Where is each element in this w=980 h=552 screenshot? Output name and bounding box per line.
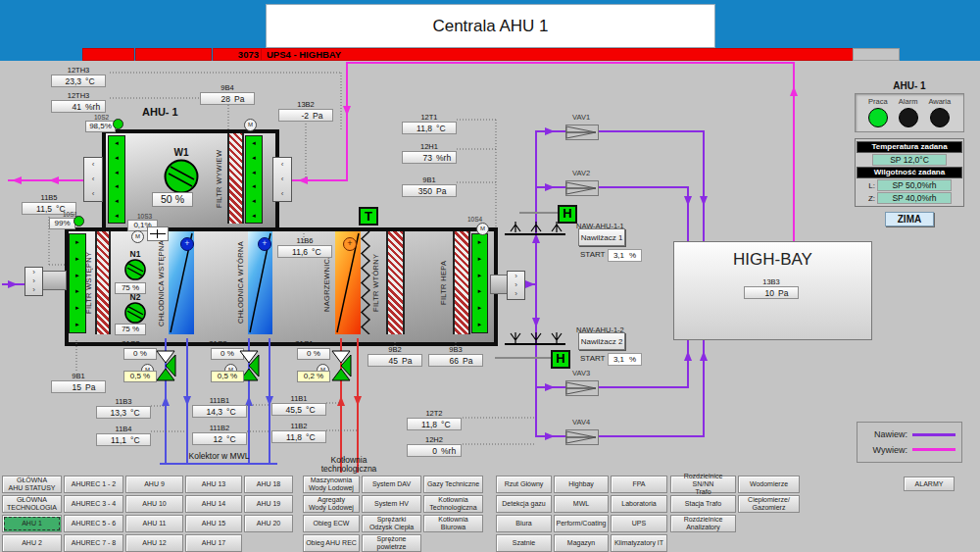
nav-button[interactable]: Magazyn [554,534,609,552]
nav-button[interactable]: Rozdzielnice Analizatory [670,515,736,532]
nav-button[interactable]: Biura [496,515,552,532]
alarms-button[interactable]: ALARMY [904,477,955,491]
indicator-alarm: Alarm [899,97,918,127]
damper-position: 99% [49,218,75,229]
humidifier-spray-icon [508,331,564,349]
damper-motor-icon[interactable]: M [131,230,144,243]
valve-feedback: 0,5 % [211,371,244,382]
supply-fan1-label: N1 [125,249,145,259]
nav-button[interactable]: Agregaty Wody Lodowej [303,495,360,513]
nav-button[interactable]: Sprężarki Odzysk Ciepła [362,515,421,532]
nav-button[interactable]: AHU 13 [185,476,242,493]
alarm-cell [135,48,212,61]
sensor-9b2: 9B2 45Pa [368,346,422,367]
exhaust-damper-right[interactable] [245,135,263,224]
nav-button[interactable]: AHU 17 [185,534,242,552]
indicator-awaria: Awaria [928,97,951,127]
nav-button[interactable]: AHU 20 [244,515,293,532]
praca-lamp-icon [868,108,888,127]
humidity-control-badge: H [558,205,577,224]
nav-button[interactable]: Detekcja gazu [496,495,552,513]
nav-button[interactable]: System HV [362,495,421,513]
supply-damper-outlet[interactable] [471,233,488,333]
nav-button[interactable]: FPA [611,476,667,493]
hum-setpoint-header: Wilgotność zadana [857,167,962,178]
nav-button[interactable]: AHUREC 7 - 8 [64,534,123,552]
damper-status-dot [113,119,123,129]
nav-button[interactable]: AHU 1 [2,515,62,532]
nav-button[interactable]: AHUREC 1 - 2 [64,476,123,493]
nav-button[interactable]: Kotłownia Technologiczna [423,495,483,513]
nav-button[interactable]: GŁÓWNA TECHNOLOGIA [2,495,62,513]
alarm-message[interactable]: UPS4 - HIGHBAY [261,48,857,61]
vav-label: VAV4 [572,418,590,427]
hum-l-setpoint[interactable]: SP 50,0%rh [877,179,952,191]
vav-damper-icon[interactable] [565,429,599,449]
nav-button[interactable]: AHU 2 [2,534,62,552]
damper-status-dot [74,216,84,226]
damper-tag: 10S4 [467,216,482,223]
humidifier-button[interactable]: Nawilżacz 1 [578,228,625,246]
exhaust-fan-speed: 50 % [152,192,193,207]
hot-water-arrows [337,396,362,406]
nav-button[interactable]: Perform/Coating [554,515,609,532]
nav-button[interactable]: Maszynownia Wody Lodowej [303,476,360,493]
vav-damper-icon[interactable] [565,380,599,400]
season-button[interactable]: ZIMA [885,212,934,226]
alarm-lamp-icon [899,108,918,127]
nav-button[interactable]: Klimatyzatory IT [611,534,667,552]
supply-fan1-icon[interactable] [124,259,146,284]
coil-label: CHŁODNICA WTÓRNA [236,235,245,330]
sensor-11b6: 11B6 11,6°C [277,237,332,258]
nav-button[interactable]: Ciepłomierze/ Gazomierz [738,495,800,513]
nav-button[interactable]: MWL [554,495,609,513]
nav-button[interactable]: Wodomierze [738,476,800,493]
nav-button[interactable]: Obieg AHU REC [303,534,360,552]
three-way-valve-icon[interactable] [155,350,176,385]
exhaust-fan-label: W1 [165,147,198,158]
nav-button[interactable]: AHU 9 [125,476,183,493]
nav-button[interactable]: AHUREC 3 - 4 [64,495,123,513]
nav-button[interactable]: Kotłownia Biurowa [423,515,483,532]
nav-button[interactable]: AHU 14 [185,495,242,513]
vav-damper-icon[interactable] [565,125,599,144]
nav-button[interactable]: UPS [611,515,667,532]
damper-position: 98,5% [85,121,116,132]
nav-button[interactable]: Rzut Główny [496,476,552,493]
damper-tag: 10S2 [94,114,109,121]
nav-button[interactable]: Sprężone powietrze [362,534,421,552]
nav-button[interactable]: AHU 15 [185,515,242,532]
nav-button[interactable]: Stacja Trafo [670,495,736,513]
nav-button[interactable]: Rozdzielnice SN/NN Trafo [670,476,736,493]
nav-column: FPALaboratoriaUPSKlimatyzatory IT [611,476,667,552]
nav-button[interactable]: AHU 11 [125,515,183,532]
nav-button[interactable]: Obieg ECW [303,515,360,532]
hum-z-setpoint[interactable]: SP 40,0%rh [877,192,952,204]
three-way-valve-icon[interactable] [330,350,352,385]
damper-motor-icon[interactable]: M [476,223,489,235]
hepa-filter [453,231,470,334]
indicator-box: Praca Alarm Awaria [855,93,964,132]
exhaust-damper-left[interactable] [108,135,125,224]
nav-button[interactable]: System DAV [362,476,421,493]
temp-setpoint-value[interactable]: SP 12,0°C [872,154,947,166]
nav-button[interactable]: AHU 18 [244,476,293,493]
duct-connector [507,271,525,300]
nav-button[interactable]: AHU 19 [244,495,293,513]
start-value: 3,1% [608,353,642,366]
setpoint-box: Temperatura zadana SP 12,0°C Wilgotność … [855,138,964,207]
sensor-9b1-fan: 9B1 350Pa [402,176,457,197]
humidifier-button[interactable]: Nawilżacz 2 [578,332,625,350]
nav-button[interactable]: Gazy Techniczne [423,476,483,493]
nav-button[interactable]: AHUREC 5 - 6 [64,515,123,532]
nav-button[interactable]: Highbay [554,476,609,493]
nav-column: AHUREC 1 - 2AHUREC 3 - 4AHUREC 5 - 6AHUR… [64,476,123,552]
nav-button[interactable]: Laboratoria [611,495,667,513]
vav-damper-icon[interactable] [565,180,599,200]
alarm-cell [82,48,134,61]
nav-button[interactable]: AHU 12 [125,534,183,552]
nav-button[interactable]: GŁÓWNA AHU STATUSY [2,476,62,493]
nav-button[interactable]: AHU 10 [125,495,183,513]
sensor-13b2: 13B2 -2Pa [278,101,333,122]
nav-button[interactable]: Szatnie [496,534,552,552]
